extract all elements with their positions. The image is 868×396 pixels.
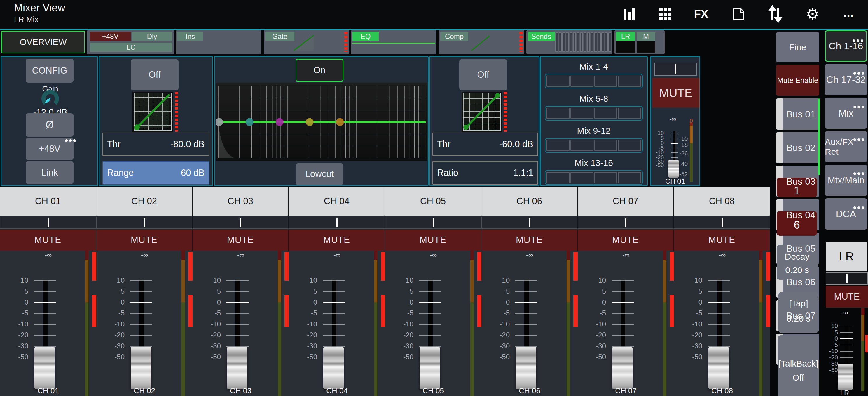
- pan-slider[interactable]: [192, 217, 289, 229]
- layer-ch17-32-button[interactable]: Ch 17-32: [825, 64, 867, 95]
- pan-slider[interactable]: [385, 217, 482, 229]
- overview-eq-chip[interactable]: EQ: [351, 30, 436, 54]
- gear-icon[interactable]: ⚙: [804, 6, 821, 22]
- layer-auxfx-button[interactable]: Aux/FX Ret: [825, 131, 867, 162]
- phase-button[interactable]: Ø: [26, 113, 73, 137]
- layer-dca-button[interactable]: DCA: [825, 198, 867, 230]
- fader-handle[interactable]: [708, 347, 729, 389]
- sends-group-meters[interactable]: [545, 170, 643, 185]
- comp-threshold-field[interactable]: Thr -60.0 dB: [432, 133, 538, 156]
- link-button[interactable]: Link: [26, 161, 73, 184]
- channel-scribble-strip[interactable]: CH 01: [0, 187, 96, 216]
- channel-scribble-strip[interactable]: CH 02: [96, 187, 192, 216]
- scale-label: -30: [0, 342, 28, 350]
- mute-button[interactable]: MUTE: [0, 230, 96, 251]
- page-title: Mixer View: [14, 2, 65, 14]
- overview-gate-chip[interactable]: Gate: [264, 30, 349, 54]
- main-mute-button[interactable]: MUTE: [652, 78, 700, 108]
- more-menu-icon[interactable]: ...: [840, 6, 857, 22]
- file-scenes-icon[interactable]: [730, 6, 747, 22]
- eq-state-button[interactable]: On: [296, 59, 343, 82]
- eq-curve-graph[interactable]: [216, 83, 428, 161]
- phantom-label: +48V: [39, 144, 60, 154]
- comp-state-button[interactable]: Off: [459, 59, 507, 90]
- lr-mute-button[interactable]: MUTE: [826, 286, 868, 308]
- overview-comp-chip[interactable]: Comp: [439, 30, 524, 54]
- channel-scribble-strip[interactable]: CH 08: [674, 187, 770, 216]
- sends-group-meters[interactable]: [545, 74, 643, 88]
- main-pan-slider[interactable]: [654, 63, 697, 76]
- eq-band-dot[interactable]: [276, 118, 284, 126]
- mute-button[interactable]: MUTE: [192, 230, 289, 251]
- grid-apps-icon[interactable]: [657, 6, 673, 22]
- pan-slider[interactable]: [289, 217, 385, 229]
- eq-band-dot[interactable]: [246, 118, 253, 126]
- bus-02-button[interactable]: Bus 02: [776, 132, 819, 163]
- channel-scribble-strip[interactable]: CH 05: [385, 187, 482, 216]
- thr-value: -80.0 dB: [170, 139, 205, 149]
- mute-button[interactable]: MUTE: [289, 230, 385, 251]
- sends-group-meters[interactable]: [545, 106, 643, 121]
- lr-fader-handle[interactable]: [838, 364, 853, 390]
- fader-handle[interactable]: [34, 347, 55, 389]
- thr-label: Thr: [107, 139, 121, 149]
- overview-config-chip[interactable]: +48V Dly LC: [87, 30, 175, 54]
- overview-main-chip[interactable]: LR M: [615, 30, 664, 54]
- eq-lowcut-button[interactable]: Lowcut: [296, 163, 343, 185]
- channel-scribble-strip[interactable]: CH 03: [192, 187, 289, 216]
- gate-range-field[interactable]: Range 60 dB: [102, 161, 209, 185]
- mute-button[interactable]: MUTE: [385, 230, 482, 251]
- pan-slider[interactable]: [0, 217, 96, 229]
- channel-scribble-strip[interactable]: CH 04: [289, 187, 385, 216]
- eq-band-dot[interactable]: [306, 118, 314, 126]
- fader-handle[interactable]: [420, 347, 440, 389]
- layer-mtxmain-button[interactable]: Mtx/Main: [825, 165, 867, 196]
- lr-peak-meter: [865, 335, 868, 352]
- fader-handle[interactable]: [131, 347, 151, 389]
- gate-threshold-field[interactable]: Thr -80.0 dB: [102, 133, 209, 156]
- fader-handle[interactable]: [516, 347, 536, 389]
- layer-mix-button[interactable]: Mix: [825, 97, 867, 129]
- mute-button[interactable]: MUTE: [578, 230, 674, 251]
- config-button[interactable]: CONFIG: [26, 59, 73, 83]
- lr-pan-slider[interactable]: [826, 272, 868, 285]
- overview-insert-chip[interactable]: Ins: [176, 30, 261, 54]
- bus-list-scrollbar[interactable]: [818, 98, 820, 175]
- fader-handle[interactable]: [227, 347, 247, 389]
- eq-band-dot[interactable]: [216, 118, 223, 126]
- channel-scribble-strip[interactable]: CH 06: [482, 187, 578, 216]
- overview-button[interactable]: OVERVIEW: [1, 31, 85, 53]
- lr-select-button[interactable]: LR: [826, 242, 867, 271]
- mute-button[interactable]: MUTE: [482, 230, 578, 251]
- mute-enable-button[interactable]: Mute Enable: [776, 65, 819, 96]
- eq-band-dot[interactable]: [336, 118, 344, 126]
- sends-group-meters[interactable]: [545, 138, 643, 153]
- fine-button[interactable]: Fine: [776, 32, 819, 62]
- fader-handle[interactable]: [323, 347, 344, 389]
- channel-name: CH 05: [420, 196, 446, 206]
- channel-scribble-strip[interactable]: CH 07: [578, 187, 674, 216]
- bus-01-button[interactable]: Bus 01: [776, 98, 819, 130]
- gain-knob[interactable]: [40, 88, 60, 108]
- gate-state-button[interactable]: Off: [131, 59, 179, 90]
- layer-ch1-16-button[interactable]: Ch 1-16: [825, 30, 867, 62]
- mute-button[interactable]: MUTE: [674, 230, 770, 251]
- mute-button[interactable]: MUTE: [96, 230, 192, 251]
- comp-ratio-field[interactable]: Ratio 1.1:1: [432, 161, 538, 185]
- channel-label: CH 06: [482, 386, 578, 395]
- fader-handle[interactable]: [612, 347, 632, 389]
- overview-sends-chip[interactable]: Sends: [526, 30, 612, 54]
- pan-indicator: [48, 218, 49, 227]
- phantom-button[interactable]: +48V: [26, 138, 73, 160]
- scale-label: 5: [0, 287, 28, 295]
- fx-button[interactable]: FX: [693, 6, 709, 22]
- pan-slider[interactable]: [578, 217, 674, 229]
- routing-updown-icon[interactable]: [767, 6, 783, 22]
- send-mini-meter: [577, 32, 580, 52]
- meters-icon[interactable]: [620, 6, 637, 22]
- sends-group-label: Mix 1-4: [540, 62, 647, 72]
- pan-slider[interactable]: [674, 217, 770, 229]
- channel-strip: CH 06 MUTE -∞ 10 5 0 -5 -10 -20 -30 -50: [482, 187, 578, 396]
- pan-slider[interactable]: [482, 217, 578, 229]
- pan-slider[interactable]: [96, 217, 192, 229]
